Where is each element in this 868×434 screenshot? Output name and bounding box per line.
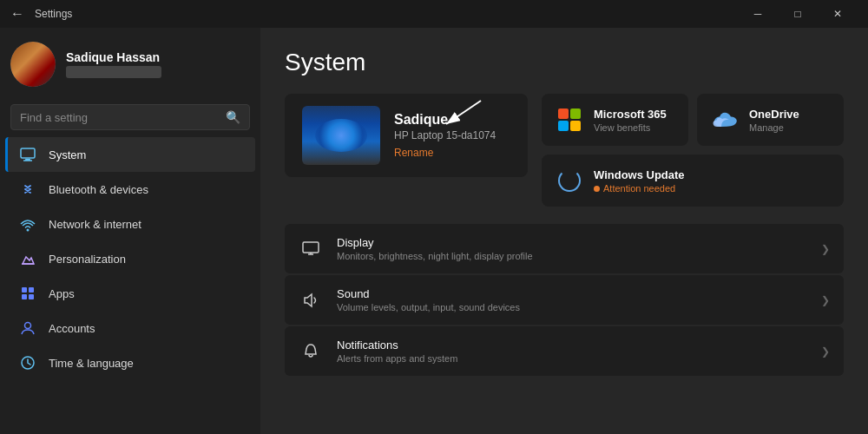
sound-text: Sound Volume levels, output, input, soun… xyxy=(337,287,807,312)
svg-rect-13 xyxy=(558,108,569,119)
sidebar-item-time-label: Time & language xyxy=(49,357,134,370)
notifications-title: Notifications xyxy=(337,339,807,352)
content-area: System Sadique xyxy=(260,28,868,434)
svg-rect-14 xyxy=(570,108,581,119)
pc-model: HP Laptop 15-da1074 xyxy=(394,129,496,141)
ms365-subtitle: View benefits xyxy=(594,122,667,133)
display-chevron: ❯ xyxy=(821,243,830,255)
sidebar-item-network-label: Network & internet xyxy=(49,218,141,231)
onedrive-card[interactable]: OneDrive Manage xyxy=(697,94,844,146)
system-icon xyxy=(19,146,36,163)
ms365-text: Microsoft 365 View benefits xyxy=(594,108,667,133)
sidebar-item-accounts-label: Accounts xyxy=(49,322,95,335)
svg-point-9 xyxy=(25,323,31,329)
display-text: Display Monitors, brightness, night ligh… xyxy=(337,236,807,261)
network-icon xyxy=(19,215,36,233)
notifications-chevron: ❯ xyxy=(821,345,830,358)
search-icon: 🔍 xyxy=(226,110,240,124)
sidebar-item-apps-label: Apps xyxy=(49,287,75,300)
windows-update-subtitle: Attention needed xyxy=(594,183,685,194)
svg-rect-7 xyxy=(22,294,27,299)
svg-rect-15 xyxy=(558,121,569,131)
svg-rect-16 xyxy=(570,121,581,131)
sound-icon xyxy=(299,288,323,312)
bluetooth-icon xyxy=(19,181,36,198)
display-icon xyxy=(299,237,323,261)
pc-info: Sadique HP Laptop 15-da1074 Rena xyxy=(394,112,496,159)
notifications-text: Notifications Alerts from apps and syste… xyxy=(337,339,807,364)
windows-update-icon xyxy=(556,167,583,194)
search-input[interactable] xyxy=(20,111,219,124)
app-body: Sadique Hassan 🔍 System xyxy=(0,28,868,434)
sound-subtitle: Volume levels, output, input, sound devi… xyxy=(337,302,807,312)
user-profile: Sadique Hassan xyxy=(0,28,260,101)
svg-rect-0 xyxy=(21,148,35,158)
notifications-icon xyxy=(299,339,323,364)
pc-card: Sadique HP Laptop 15-da1074 Rena xyxy=(285,94,528,177)
avatar xyxy=(10,42,56,87)
sidebar-item-bluetooth-label: Bluetooth & devices xyxy=(49,183,148,196)
search-box[interactable]: 🔍 xyxy=(10,104,250,130)
titlebar: ← Settings ─ □ ✕ xyxy=(0,0,868,28)
user-name: Sadique Hassan xyxy=(66,50,161,64)
sidebar-item-accounts[interactable]: Accounts xyxy=(5,311,255,345)
close-button[interactable]: ✕ xyxy=(818,0,858,28)
svg-rect-6 xyxy=(29,287,34,293)
maximize-button[interactable]: □ xyxy=(778,0,818,28)
svg-line-12 xyxy=(446,101,481,124)
onedrive-text: OneDrive Manage xyxy=(749,108,799,133)
pc-thumbnail xyxy=(302,106,380,165)
back-button[interactable]: ← xyxy=(10,6,24,22)
settings-list: Display Monitors, brightness, night ligh… xyxy=(285,224,844,376)
user-info: Sadique Hassan xyxy=(66,50,161,78)
settings-item-notifications[interactable]: Notifications Alerts from apps and syste… xyxy=(285,326,844,376)
ms365-card[interactable]: Microsoft 365 View benefits xyxy=(542,94,688,146)
sidebar-item-apps[interactable]: Apps xyxy=(5,276,255,311)
ms365-icon xyxy=(556,106,583,134)
sound-title: Sound xyxy=(337,287,807,300)
settings-item-sound[interactable]: Sound Volume levels, output, input, soun… xyxy=(285,275,844,325)
warning-dot xyxy=(594,186,600,192)
window-controls: ─ □ ✕ xyxy=(738,0,858,28)
sound-chevron: ❯ xyxy=(821,294,830,306)
accounts-icon xyxy=(19,319,36,337)
top-cards: Sadique HP Laptop 15-da1074 Rena xyxy=(285,94,844,207)
apps-icon xyxy=(19,285,36,302)
sidebar-item-network[interactable]: Network & internet xyxy=(5,207,255,241)
onedrive-subtitle: Manage xyxy=(749,122,799,133)
avatar-image xyxy=(10,42,56,87)
sidebar-item-personalization-label: Personalization xyxy=(49,253,126,266)
settings-item-display[interactable]: Display Monitors, brightness, night ligh… xyxy=(285,224,844,273)
sidebar-item-time[interactable]: Time & language xyxy=(5,345,255,380)
page-title: System xyxy=(285,49,844,76)
rename-link[interactable]: Rename xyxy=(394,147,496,159)
sidebar: Sadique Hassan 🔍 System xyxy=(0,28,260,434)
ms365-title: Microsoft 365 xyxy=(594,108,667,121)
user-email xyxy=(66,66,161,78)
arrow-annotation xyxy=(437,96,490,131)
sidebar-item-system[interactable]: System xyxy=(5,137,255,172)
minimize-button[interactable]: ─ xyxy=(738,0,778,28)
display-subtitle: Monitors, brightness, night light, displ… xyxy=(337,251,807,261)
notifications-subtitle: Alerts from apps and system xyxy=(337,353,807,364)
onedrive-title: OneDrive xyxy=(749,108,799,121)
svg-point-3 xyxy=(27,229,30,232)
info-cards-grid: Microsoft 365 View benefits OneDrive xyxy=(542,94,844,207)
sidebar-item-system-label: System xyxy=(49,148,86,161)
time-icon xyxy=(19,354,36,372)
personalization-icon xyxy=(19,250,36,267)
svg-rect-8 xyxy=(29,294,34,299)
titlebar-title: Settings xyxy=(35,8,738,20)
windows-update-text: Windows Update Attention needed xyxy=(594,168,685,194)
windows-update-title: Windows Update xyxy=(594,168,685,181)
windows-update-card[interactable]: Windows Update Attention needed xyxy=(542,155,844,207)
display-title: Display xyxy=(337,236,807,249)
svg-rect-5 xyxy=(22,287,27,293)
svg-rect-17 xyxy=(303,242,319,253)
sidebar-item-bluetooth[interactable]: Bluetooth & devices xyxy=(5,172,255,207)
sidebar-item-personalization[interactable]: Personalization xyxy=(5,241,255,276)
onedrive-icon xyxy=(711,106,739,134)
